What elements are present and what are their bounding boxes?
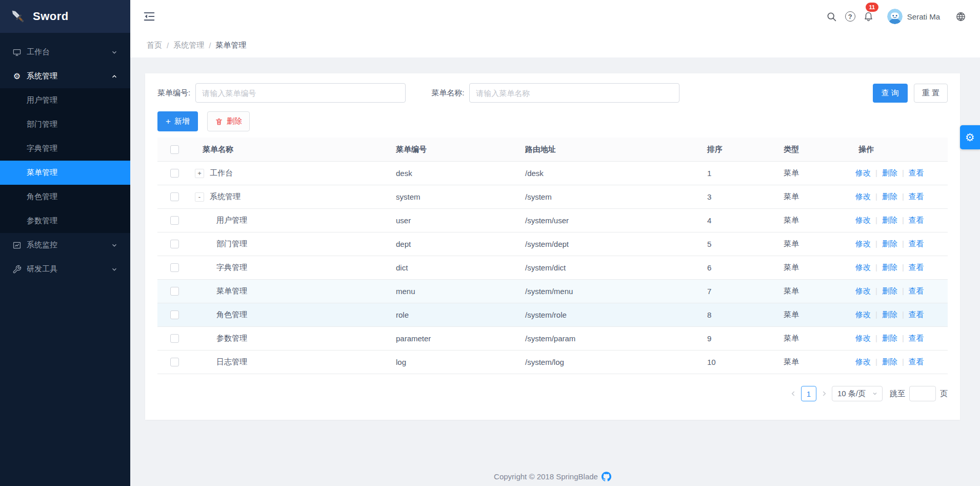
sidebar-collapse-button[interactable]	[143, 10, 156, 23]
action-separator: |	[902, 310, 904, 319]
menu-name-cell: 日志管理	[183, 357, 396, 367]
edit-link[interactable]: 修改	[855, 334, 871, 342]
select-all-checkbox[interactable]	[170, 145, 179, 154]
table-row[interactable]: 部门管理 dept /system/dept 5 菜单 修改|删除|查看	[157, 232, 948, 256]
delete-link[interactable]: 删除	[882, 310, 897, 319]
jump-page-input[interactable]	[909, 386, 936, 401]
view-link[interactable]: 查看	[909, 216, 924, 224]
view-link[interactable]: 查看	[909, 192, 924, 201]
avatar[interactable]	[887, 9, 903, 24]
reset-button[interactable]: 重 置	[914, 84, 948, 103]
menu-name-input[interactable]	[469, 83, 679, 103]
sidebar-item-dept-mgmt[interactable]: 部门管理	[0, 112, 130, 137]
view-link[interactable]: 查看	[909, 239, 924, 248]
table-row[interactable]: 角色管理 role /system/role 8 菜单 修改|删除|查看	[157, 303, 948, 327]
user-name[interactable]: Serati Ma	[907, 12, 940, 21]
delete-link[interactable]: 删除	[882, 168, 897, 177]
col-type: 类型	[784, 145, 855, 154]
action-separator: |	[902, 192, 904, 201]
menu-code-input[interactable]	[195, 83, 406, 103]
sidebar-item-system[interactable]: ⚙ 系统管理	[0, 64, 130, 88]
row-checkbox[interactable]	[170, 263, 179, 272]
sidebar-item-devtools[interactable]: 研发工具	[0, 257, 130, 281]
app-root: Sword 工作台 ⚙ 系统管理 用户管理 部门管理 字典管理 菜单管理 角色管…	[0, 0, 980, 486]
help-button[interactable]: ?	[841, 7, 859, 26]
add-button[interactable]: + 新增	[157, 111, 198, 131]
view-link[interactable]: 查看	[909, 334, 924, 342]
language-button[interactable]	[951, 7, 970, 26]
edit-link[interactable]: 修改	[855, 263, 871, 271]
menu-name-text: 字典管理	[216, 263, 247, 273]
page-number-active[interactable]: 1	[801, 386, 816, 401]
view-link[interactable]: 查看	[909, 357, 924, 366]
row-checkbox-cell	[157, 192, 183, 201]
menu-name-cell: 部门管理	[183, 239, 396, 249]
action-separator: |	[875, 216, 877, 224]
next-page-icon[interactable]	[821, 390, 828, 397]
row-checkbox[interactable]	[170, 216, 179, 225]
edit-link[interactable]: 修改	[855, 357, 871, 366]
app-logo[interactable]: Sword	[0, 0, 130, 33]
table-row[interactable]: 参数管理 parameter /system/param 9 菜单 修改|删除|…	[157, 327, 948, 351]
row-checkbox[interactable]	[170, 358, 179, 366]
table-row[interactable]: - 系统管理 system /system 3 菜单 修改|删除|查看	[157, 185, 948, 209]
edit-link[interactable]: 修改	[855, 310, 871, 319]
notifications-button[interactable]: 11	[859, 7, 878, 26]
row-checkbox[interactable]	[170, 192, 179, 201]
actions-cell: 修改|删除|查看	[855, 239, 948, 249]
delete-link[interactable]: 删除	[882, 216, 897, 224]
sidebar-item-user-mgmt[interactable]: 用户管理	[0, 88, 130, 112]
row-checkbox-cell	[157, 263, 183, 272]
sidebar-item-role-mgmt[interactable]: 角色管理	[0, 185, 130, 209]
chevron-down-icon	[111, 49, 118, 56]
table-row[interactable]: 用户管理 user /system/user 4 菜单 修改|删除|查看	[157, 209, 948, 232]
row-checkbox[interactable]	[170, 169, 179, 178]
search-button-primary[interactable]: 查 询	[873, 84, 908, 103]
view-link[interactable]: 查看	[909, 310, 924, 319]
table-row[interactable]: 日志管理 log /system/log 10 菜单 修改|删除|查看	[157, 351, 948, 374]
page-size-select[interactable]: 10 条/页	[832, 386, 883, 401]
view-link[interactable]: 查看	[909, 286, 924, 295]
github-icon[interactable]	[602, 472, 611, 481]
sidebar-item-dict-mgmt[interactable]: 字典管理	[0, 137, 130, 161]
pagination: 1 10 条/页 跳至 页	[157, 386, 948, 401]
sidebar-item-monitor[interactable]: 系统监控	[0, 233, 130, 257]
breadcrumb-home[interactable]: 首页	[147, 41, 162, 50]
edit-link[interactable]: 修改	[855, 168, 871, 177]
delete-link[interactable]: 删除	[882, 286, 897, 295]
theme-settings-button[interactable]: ⚙	[960, 125, 980, 149]
expand-toggle[interactable]: -	[195, 192, 204, 202]
expand-toggle[interactable]: +	[195, 169, 204, 178]
menu-name-text: 参数管理	[216, 334, 247, 343]
delete-link[interactable]: 删除	[882, 357, 897, 366]
row-checkbox[interactable]	[170, 240, 179, 248]
table-row[interactable]: 字典管理 dict /system/dict 6 菜单 修改|删除|查看	[157, 256, 948, 280]
table-row[interactable]: + 工作台 desk /desk 1 菜单 修改|删除|查看	[157, 162, 948, 185]
row-checkbox[interactable]	[170, 287, 179, 296]
sidebar-item-workbench[interactable]: 工作台	[0, 40, 130, 64]
breadcrumb-system[interactable]: 系统管理	[173, 41, 204, 50]
prev-page-icon[interactable]	[790, 390, 797, 397]
gear-icon: ⚙	[965, 131, 975, 144]
view-link[interactable]: 查看	[909, 168, 924, 177]
type-cell: 菜单	[784, 216, 855, 225]
breadcrumb-current: 菜单管理	[215, 41, 246, 50]
edit-link[interactable]: 修改	[855, 192, 871, 201]
search-button[interactable]	[823, 7, 841, 26]
breadcrumb-separator: /	[209, 41, 211, 50]
sidebar-item-menu-mgmt[interactable]: 菜单管理	[0, 161, 130, 185]
delete-link[interactable]: 删除	[882, 334, 897, 342]
delete-link[interactable]: 删除	[882, 263, 897, 271]
row-checkbox[interactable]	[170, 310, 179, 319]
sort-cell: 1	[707, 169, 784, 178]
delete-link[interactable]: 删除	[882, 192, 897, 201]
edit-link[interactable]: 修改	[855, 216, 871, 224]
view-link[interactable]: 查看	[909, 263, 924, 271]
edit-link[interactable]: 修改	[855, 239, 871, 248]
row-checkbox[interactable]	[170, 334, 179, 343]
delete-button[interactable]: 删除	[207, 111, 250, 131]
edit-link[interactable]: 修改	[855, 286, 871, 295]
table-row[interactable]: 菜单管理 menu /system/menu 7 菜单 修改|删除|查看	[157, 280, 948, 303]
sidebar-item-param-mgmt[interactable]: 参数管理	[0, 209, 130, 233]
delete-link[interactable]: 删除	[882, 239, 897, 248]
